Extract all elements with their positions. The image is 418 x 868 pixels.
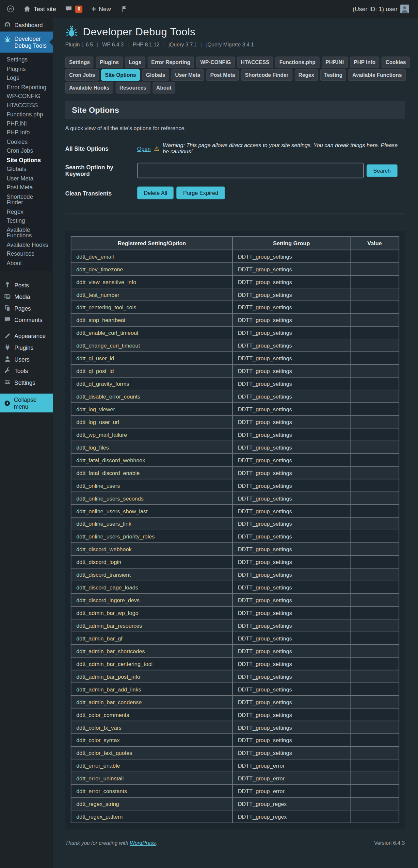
collapse-menu-button[interactable]: Collapse menu	[0, 394, 53, 412]
setting-group-cell: DDTT_group_settings	[233, 555, 350, 568]
tab[interactable]: Post Meta	[206, 69, 239, 81]
tab[interactable]: WP-CONFIG	[196, 57, 235, 68]
clean-transients-row: Delete All Purge Expired	[137, 187, 405, 199]
wordpress-link[interactable]: WordPress	[130, 840, 156, 846]
sidebar-subitem[interactable]: PHP Info	[0, 128, 53, 137]
sidebar-subitem[interactable]: HTACCESS	[0, 100, 53, 110]
tab[interactable]: Testing	[320, 69, 347, 81]
sidebar-subitem[interactable]: Plugins	[0, 64, 53, 73]
tab[interactable]: Available Functions	[348, 69, 406, 81]
option-row: ddtt_admin_bar_wp_logo DDTT_group_settin…	[71, 607, 399, 619]
wp-admin-page: Test site 0 + New (User ID: 1) user	[0, 0, 418, 868]
plugin-submenu: Settings Plugins Logs Error Reporting WP…	[0, 53, 53, 271]
sidebar-item-media[interactable]: Media	[0, 291, 53, 302]
sidebar-subitem[interactable]: Functions.php	[0, 110, 53, 119]
tab[interactable]: Globals	[142, 69, 169, 81]
tab[interactable]: PHP.INI	[322, 57, 348, 68]
value-cell	[350, 555, 399, 568]
purge-expired-button[interactable]: Purge Expired	[177, 187, 225, 199]
tab[interactable]: Resources	[115, 82, 150, 94]
setting-group-cell: DDTT_group_settings	[233, 721, 350, 734]
sidebar-item-label: Tools	[14, 367, 28, 374]
sidebar-item-users[interactable]: Users	[0, 353, 53, 365]
sidebar-item-tools[interactable]: Tools	[0, 365, 53, 377]
wrench-icon	[4, 367, 11, 374]
sidebar-subitem[interactable]: PHP.INI	[0, 119, 53, 128]
sidebar-item-plugins[interactable]: Plugins	[0, 342, 53, 353]
sidebar-item-dashboard[interactable]: Dashboard	[0, 18, 53, 31]
tab[interactable]: Regex	[294, 69, 318, 81]
sidebar-subitem[interactable]: About	[0, 258, 53, 268]
sidebar-item-settings[interactable]: Settings	[0, 376, 53, 388]
version-info-item: WP 6.4.3	[93, 41, 124, 48]
setting-group-cell: DDTT_group_settings	[233, 390, 350, 403]
sidebar-subitem[interactable]: Error Reporting	[0, 82, 53, 91]
sidebar-subitem[interactable]: Logs	[0, 73, 53, 82]
sidebar-subitem[interactable]: Settings	[0, 55, 53, 64]
tab[interactable]: Logs	[125, 57, 145, 68]
sidebar-item-comments[interactable]: Comments	[0, 314, 53, 326]
setting-group-cell: DDTT_group_settings	[233, 454, 350, 467]
comments-menu[interactable]: 0	[61, 0, 87, 18]
sidebar-subitem[interactable]: Regex	[0, 207, 53, 216]
main-content: Developer Debug Tools Plugin 1.6.5WP 6.4…	[53, 18, 418, 868]
sidebar-subitem[interactable]: Resources	[0, 249, 53, 258]
open-link[interactable]: Open	[137, 145, 150, 151]
sidebar-subitem[interactable]: Available Functions	[0, 225, 53, 240]
tab[interactable]: User Meta	[171, 69, 204, 81]
search-option-input[interactable]	[137, 163, 364, 178]
sidebar-subitem[interactable]: Cookies	[0, 137, 53, 146]
clean-transients-label: Clean Transients	[65, 190, 137, 196]
setting-group-cell: DDTT_group_settings	[233, 645, 350, 657]
option-row: ddtt_discord_webhook DDTT_group_settings	[71, 543, 399, 555]
option-row: ddtt_online_users_seconds DDTT_group_set…	[71, 492, 399, 504]
option-row: ddtt_wp_mail_failure DDTT_group_settings	[71, 428, 399, 441]
value-cell	[350, 390, 399, 403]
sidebar-subitem[interactable]: User Meta	[0, 174, 53, 183]
section-divider	[65, 214, 405, 214]
sidebar-item-pages[interactable]: Pages	[0, 302, 53, 314]
wp-logo-menu[interactable]	[2, 0, 19, 18]
site-menu[interactable]: Test site	[19, 0, 61, 18]
tab[interactable]: Cookies	[382, 57, 410, 68]
tab[interactable]: Error Reporting	[147, 57, 194, 68]
value-cell	[350, 428, 399, 441]
value-cell	[350, 645, 399, 657]
tab[interactable]: Cron Jobs	[65, 69, 99, 81]
search-button[interactable]: Search	[367, 164, 397, 177]
tab[interactable]: About	[152, 82, 175, 94]
value-cell	[350, 415, 399, 428]
sidebar-subitem[interactable]: Post Meta	[0, 183, 53, 192]
my-account-menu[interactable]: (User ID: 1) user	[348, 0, 413, 18]
tab[interactable]: PHP Info	[350, 57, 379, 68]
flag-menu[interactable]	[115, 0, 132, 18]
sidebar-subitem[interactable]: Available Hooks	[0, 240, 53, 249]
tab[interactable]: Plugins	[96, 57, 123, 68]
value-cell	[350, 250, 399, 262]
new-content-menu[interactable]: + New	[87, 0, 115, 18]
setting-group-cell: DDTT_group_settings	[233, 492, 350, 504]
value-cell	[350, 479, 399, 492]
sidebar-item-developer-debug-tools[interactable]: Developer Debug Tools	[0, 32, 53, 53]
tab[interactable]: Functions.php	[276, 57, 319, 68]
tab[interactable]: Settings	[65, 57, 94, 68]
sidebar-item-appearance[interactable]: Appearance	[0, 330, 53, 342]
tab[interactable]: HTACCESS	[237, 57, 273, 68]
value-cell	[350, 695, 399, 708]
sidebar-subitem[interactable]: Globals	[0, 164, 53, 174]
sidebar-subitem[interactable]: Testing	[0, 216, 53, 225]
tab[interactable]: Site Options	[101, 69, 140, 81]
sidebar-subitem[interactable]: WP-CONFIG	[0, 91, 53, 100]
delete-all-button[interactable]: Delete All	[137, 187, 174, 199]
tab[interactable]: Shortcode Finder	[241, 69, 292, 81]
sidebar-item-posts[interactable]: Posts	[0, 279, 53, 291]
setting-group-cell: DDTT_group_settings	[233, 428, 350, 441]
option-name-cell: ddtt_color_text_quotes	[71, 746, 233, 759]
sidebar-subitem[interactable]: Cron Jobs	[0, 146, 53, 155]
option-name-cell: ddtt_dev_email	[71, 250, 233, 262]
value-cell	[350, 504, 399, 517]
sidebar-subitem[interactable]: Shortcode Finder	[0, 192, 53, 207]
tab[interactable]: Available Hooks	[65, 82, 113, 94]
sidebar-subitem[interactable]: Site Options	[0, 155, 53, 164]
option-name-cell: ddtt_disable_error_counts	[71, 390, 233, 403]
